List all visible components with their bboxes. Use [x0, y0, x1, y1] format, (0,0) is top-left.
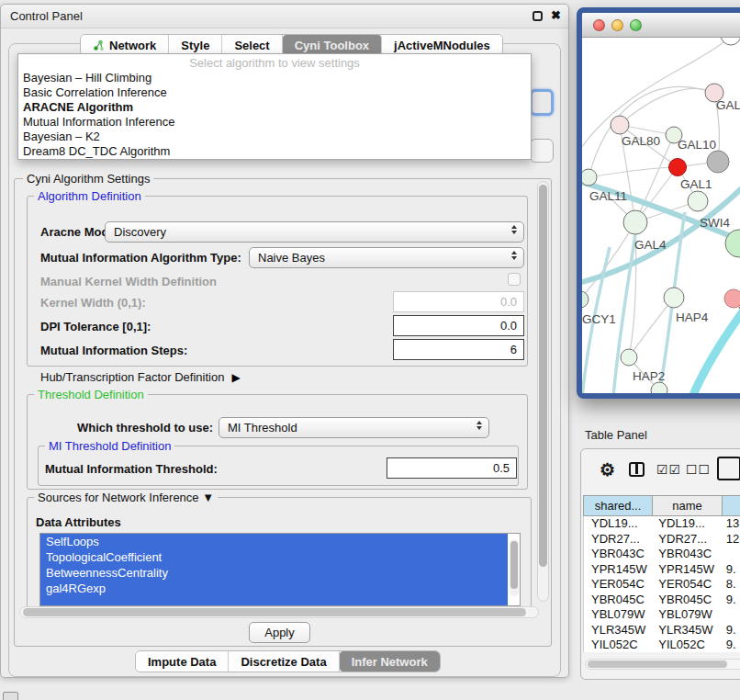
- table-cell[interactable]: YDR27...: [584, 532, 651, 548]
- table-cell[interactable]: YDL19...: [651, 516, 718, 532]
- algorithm-option-dream8-dc-tdc-algorithm[interactable]: Dream8 DC_TDC Algorithm: [18, 144, 531, 159]
- float-window-icon[interactable]: [533, 11, 543, 21]
- attribute-item-clipped[interactable]: [40, 596, 508, 606]
- table-row[interactable]: YBL079WYBL079W: [584, 607, 740, 623]
- table-cell[interactable]: YPR145W: [584, 562, 651, 578]
- algorithm-option-aracne-algorithm[interactable]: ARACNE Algorithm: [18, 100, 531, 115]
- table-cell[interactable]: 12: [719, 532, 740, 548]
- table-row[interactable]: YBR045CYBR045C9.: [584, 593, 740, 608]
- aracne-mode-select[interactable]: Discovery: [105, 221, 524, 243]
- table-row[interactable]: YER054CYER054C8.: [584, 577, 740, 593]
- table-cell[interactable]: [719, 547, 740, 562]
- algorithm-option-mutual-information-inference[interactable]: Mutual Information Inference: [18, 115, 531, 130]
- algorithm-option-bayesian-k2[interactable]: Bayesian – K2: [18, 130, 531, 144]
- tab-network[interactable]: Network: [81, 35, 169, 55]
- expand-right-icon[interactable]: ▶: [231, 371, 240, 384]
- table-row[interactable]: YPR145WYPR145W9.: [584, 562, 740, 578]
- table-cell[interactable]: YIL052C: [651, 638, 718, 652]
- table-cell[interactable]: YBR045C: [584, 593, 651, 608]
- apply-button[interactable]: Apply: [249, 622, 310, 643]
- red-node[interactable]: [669, 159, 687, 176]
- tab-infer-network[interactable]: Infer Network: [340, 651, 440, 672]
- checked-checkboxes-icon[interactable]: ☑☑: [656, 462, 681, 477]
- tab-select[interactable]: Select: [222, 35, 282, 55]
- table-cell[interactable]: [719, 607, 740, 623]
- algorithm-option-bayesian-hill-climbing[interactable]: Bayesian – Hill Climbing: [18, 71, 531, 85]
- dock-panel-icon[interactable]: [3, 692, 18, 700]
- mi-steps-field[interactable]: 6: [393, 339, 524, 360]
- table-cell[interactable]: 9.: [719, 562, 740, 578]
- close-icon[interactable]: ✖: [551, 8, 561, 22]
- collapse-down-icon[interactable]: ▼: [202, 491, 214, 504]
- tab-cyni-toolbox[interactable]: Cyni Toolbox: [283, 35, 382, 55]
- column-header-name[interactable]: name: [653, 495, 723, 516]
- table-cell[interactable]: YBL079W: [584, 607, 651, 623]
- tab-style[interactable]: Style: [169, 35, 222, 55]
- top-right-node[interactable]: [721, 38, 740, 45]
- table-cell[interactable]: YLR345W: [651, 623, 718, 638]
- table-cell[interactable]: 9.: [719, 638, 740, 652]
- table-cell[interactable]: YBR045C: [651, 593, 718, 608]
- data-attributes-list[interactable]: SelfLoopsTopologicalCoefficientBetweenne…: [39, 533, 521, 606]
- table-cell[interactable]: YDL19...: [584, 516, 651, 532]
- HAP4-node[interactable]: [664, 288, 684, 308]
- table-horizontal-scrollbar[interactable]: [585, 659, 740, 670]
- zoom-traffic-light-icon[interactable]: [630, 19, 642, 31]
- close-traffic-light-icon[interactable]: [593, 19, 605, 31]
- table-cell[interactable]: YER054C: [651, 577, 718, 593]
- table-cell[interactable]: 9.: [719, 593, 740, 608]
- GCY1-node[interactable]: [582, 291, 589, 308]
- table-row[interactable]: YIL052CYIL052C9.: [584, 638, 740, 652]
- table-cell[interactable]: YDR27...: [651, 532, 718, 548]
- table-row[interactable]: YBR043CYBR043C: [584, 547, 740, 562]
- tab-discretize-data[interactable]: Discretize Data: [229, 651, 339, 672]
- table-cell[interactable]: YLR345W: [584, 623, 651, 638]
- minimize-traffic-light-icon[interactable]: [611, 19, 623, 31]
- gear-icon[interactable]: ⚙: [600, 459, 615, 480]
- table-cell[interactable]: YBL079W: [651, 607, 718, 623]
- table-cell[interactable]: 13: [719, 516, 740, 532]
- control-panel-titlebar[interactable]: Control Panel ✖: [1, 5, 568, 28]
- GAL4-node[interactable]: [623, 210, 647, 234]
- network-view-window[interactable]: GALGAL80GAL10GAL11GAL1SWI4GAL4GCY1HAP4YH…: [577, 7, 740, 399]
- network-canvas[interactable]: GALGAL80GAL10GAL11GAL1SWI4GAL4GCY1HAP4YH…: [582, 38, 740, 393]
- table-cell[interactable]: YER054C: [584, 577, 651, 593]
- network-edge[interactable]: [589, 167, 678, 177]
- network-window-titlebar[interactable]: [582, 13, 740, 38]
- table-row[interactable]: YDR27...YDR27...12: [584, 532, 740, 548]
- table-row[interactable]: YLR345WYLR345W9.: [584, 623, 740, 638]
- manual-kernel-width-checkbox[interactable]: [508, 273, 521, 286]
- kernel-width-field[interactable]: 0.0: [393, 291, 524, 312]
- gray-node[interactable]: [707, 151, 729, 173]
- scrollbar-thumb[interactable]: [510, 541, 518, 589]
- GAL80-node[interactable]: [611, 116, 629, 134]
- GAL11-node[interactable]: [582, 169, 597, 186]
- scrollbar-thumb[interactable]: [588, 660, 727, 668]
- table-selector-combo-fragment[interactable]: [530, 139, 554, 163]
- attribute-item-gal4rgexp[interactable]: gal4RGexp: [40, 581, 508, 596]
- GAL1-node[interactable]: [688, 191, 708, 211]
- sources-legend[interactable]: Sources for Network Inference ▼: [34, 491, 218, 504]
- column-header-shared[interactable]: shared...: [583, 495, 653, 516]
- attribute-item-topologicalcoefficient[interactable]: TopologicalCoefficient: [40, 549, 508, 565]
- table-cell[interactable]: YBR043C: [651, 547, 718, 562]
- mi-threshold-field[interactable]: 0.5: [387, 457, 517, 479]
- table-cell[interactable]: YBR043C: [584, 547, 651, 562]
- HAP2-node[interactable]: [621, 349, 637, 366]
- scrollbar-thumb[interactable]: [23, 608, 526, 616]
- columns-icon[interactable]: [629, 462, 645, 477]
- table-row[interactable]: YDL19...YDL19...13: [584, 516, 740, 532]
- which-threshold-select[interactable]: MI Threshold: [219, 417, 489, 438]
- mi-algorithm-type-select[interactable]: Naive Bayes: [249, 247, 524, 268]
- list-scrollbar[interactable]: [510, 539, 519, 596]
- inference-algorithm-combo-fragment[interactable]: [530, 89, 554, 116]
- document-icon[interactable]: [717, 457, 740, 480]
- tab-jactivemnodules[interactable]: jActiveMNodules: [382, 35, 502, 55]
- settings-horizontal-scrollbar[interactable]: [19, 606, 539, 618]
- table-cell[interactable]: YIL052C: [584, 638, 651, 652]
- dpi-tolerance-field[interactable]: 0.0: [393, 315, 524, 336]
- algorithm-option-basic-correlation-inference[interactable]: Basic Correlation Inference: [18, 85, 531, 100]
- hub-definition-expander[interactable]: Hub/Transcription Factor Definition▶: [40, 370, 241, 384]
- column-header-a[interactable]: A: [723, 495, 740, 516]
- table-cell[interactable]: 9.: [719, 623, 740, 638]
